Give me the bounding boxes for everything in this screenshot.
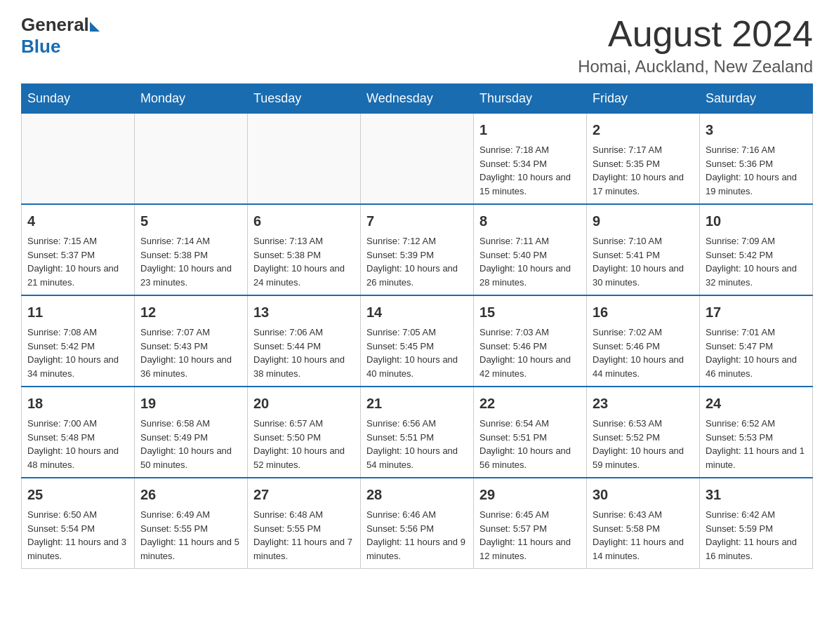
day-cell: 27Sunrise: 6:48 AM Sunset: 5:55 PM Dayli… (248, 478, 361, 569)
day-number: 7 (366, 210, 468, 232)
logo-general-text: General (21, 14, 89, 36)
page-title: August 2024 (578, 14, 813, 54)
day-info: Sunrise: 7:02 AM Sunset: 5:46 PM Dayligh… (593, 327, 684, 379)
col-header-friday: Friday (587, 84, 700, 114)
day-number: 31 (706, 484, 807, 505)
day-number: 14 (366, 302, 468, 323)
day-cell: 29Sunrise: 6:45 AM Sunset: 5:57 PM Dayli… (474, 478, 587, 569)
day-cell: 16Sunrise: 7:02 AM Sunset: 5:46 PM Dayli… (587, 295, 700, 387)
day-number: 10 (706, 210, 807, 232)
day-info: Sunrise: 7:00 AM Sunset: 5:48 PM Dayligh… (27, 418, 119, 470)
day-cell: 28Sunrise: 6:46 AM Sunset: 5:56 PM Dayli… (361, 478, 474, 569)
day-number: 23 (593, 393, 694, 414)
day-cell: 25Sunrise: 6:50 AM Sunset: 5:54 PM Dayli… (22, 478, 135, 569)
day-number: 25 (27, 484, 128, 505)
day-number: 26 (140, 484, 241, 505)
day-number: 4 (27, 210, 128, 232)
day-cell: 15Sunrise: 7:03 AM Sunset: 5:46 PM Dayli… (474, 295, 587, 387)
day-number: 3 (706, 119, 807, 140)
day-cell: 18Sunrise: 7:00 AM Sunset: 5:48 PM Dayli… (22, 387, 135, 478)
day-cell: 8Sunrise: 7:11 AM Sunset: 5:40 PM Daylig… (474, 204, 587, 295)
title-block: August 2024 Homai, Auckland, New Zealand (578, 14, 813, 76)
day-number: 16 (593, 302, 694, 323)
week-row-4: 18Sunrise: 7:00 AM Sunset: 5:48 PM Dayli… (22, 387, 813, 478)
day-cell: 1Sunrise: 7:18 AM Sunset: 5:34 PM Daylig… (474, 114, 587, 205)
day-info: Sunrise: 7:17 AM Sunset: 5:35 PM Dayligh… (593, 145, 684, 196)
day-cell: 4Sunrise: 7:15 AM Sunset: 5:37 PM Daylig… (22, 204, 135, 295)
day-number: 11 (27, 302, 128, 323)
day-number: 22 (479, 393, 581, 414)
day-info: Sunrise: 6:57 AM Sunset: 5:50 PM Dayligh… (253, 418, 345, 470)
day-cell: 6Sunrise: 7:13 AM Sunset: 5:38 PM Daylig… (248, 204, 361, 295)
day-cell (248, 114, 361, 205)
day-number: 6 (253, 210, 355, 232)
day-number: 2 (593, 119, 694, 140)
calendar-body: 1Sunrise: 7:18 AM Sunset: 5:34 PM Daylig… (22, 114, 813, 569)
col-header-thursday: Thursday (474, 84, 587, 114)
week-row-5: 25Sunrise: 6:50 AM Sunset: 5:54 PM Dayli… (22, 478, 813, 569)
day-number: 13 (253, 302, 355, 323)
logo: General Blue (21, 14, 100, 58)
day-info: Sunrise: 7:06 AM Sunset: 5:44 PM Dayligh… (253, 327, 345, 379)
calendar-header: SundayMondayTuesdayWednesdayThursdayFrid… (22, 84, 813, 114)
day-info: Sunrise: 6:48 AM Sunset: 5:55 PM Dayligh… (253, 509, 352, 561)
page-subtitle: Homai, Auckland, New Zealand (578, 57, 813, 76)
day-info: Sunrise: 7:01 AM Sunset: 5:47 PM Dayligh… (706, 327, 797, 379)
logo-blue-text: Blue (21, 36, 60, 58)
day-info: Sunrise: 7:16 AM Sunset: 5:36 PM Dayligh… (706, 145, 797, 196)
day-cell: 20Sunrise: 6:57 AM Sunset: 5:50 PM Dayli… (248, 387, 361, 478)
day-info: Sunrise: 6:56 AM Sunset: 5:51 PM Dayligh… (366, 418, 458, 470)
day-cell: 7Sunrise: 7:12 AM Sunset: 5:39 PM Daylig… (361, 204, 474, 295)
day-info: Sunrise: 6:43 AM Sunset: 5:58 PM Dayligh… (593, 509, 684, 561)
day-cell: 14Sunrise: 7:05 AM Sunset: 5:45 PM Dayli… (361, 295, 474, 387)
day-cell: 12Sunrise: 7:07 AM Sunset: 5:43 PM Dayli… (135, 295, 248, 387)
day-cell (361, 114, 474, 205)
day-number: 1 (479, 119, 581, 140)
day-cell (135, 114, 248, 205)
day-cell: 10Sunrise: 7:09 AM Sunset: 5:42 PM Dayli… (700, 204, 813, 295)
day-info: Sunrise: 7:11 AM Sunset: 5:40 PM Dayligh… (479, 236, 571, 288)
day-info: Sunrise: 7:12 AM Sunset: 5:39 PM Dayligh… (366, 236, 458, 288)
day-number: 12 (140, 302, 241, 323)
day-cell: 21Sunrise: 6:56 AM Sunset: 5:51 PM Dayli… (361, 387, 474, 478)
day-info: Sunrise: 7:09 AM Sunset: 5:42 PM Dayligh… (706, 236, 797, 288)
day-cell: 17Sunrise: 7:01 AM Sunset: 5:47 PM Dayli… (700, 295, 813, 387)
day-number: 9 (593, 210, 694, 232)
day-cell: 11Sunrise: 7:08 AM Sunset: 5:42 PM Dayli… (22, 295, 135, 387)
day-info: Sunrise: 7:03 AM Sunset: 5:46 PM Dayligh… (479, 327, 571, 379)
day-cell: 22Sunrise: 6:54 AM Sunset: 5:51 PM Dayli… (474, 387, 587, 478)
day-info: Sunrise: 6:42 AM Sunset: 5:59 PM Dayligh… (706, 509, 797, 561)
day-info: Sunrise: 6:58 AM Sunset: 5:49 PM Dayligh… (140, 418, 232, 470)
day-cell: 13Sunrise: 7:06 AM Sunset: 5:44 PM Dayli… (248, 295, 361, 387)
day-info: Sunrise: 7:10 AM Sunset: 5:41 PM Dayligh… (593, 236, 684, 288)
day-number: 24 (706, 393, 807, 414)
col-header-saturday: Saturday (700, 84, 813, 114)
logo-arrow-icon (90, 22, 100, 32)
day-info: Sunrise: 7:05 AM Sunset: 5:45 PM Dayligh… (366, 327, 458, 379)
day-cell: 31Sunrise: 6:42 AM Sunset: 5:59 PM Dayli… (700, 478, 813, 569)
col-header-tuesday: Tuesday (248, 84, 361, 114)
col-header-monday: Monday (135, 84, 248, 114)
header-row: SundayMondayTuesdayWednesdayThursdayFrid… (22, 84, 813, 114)
day-cell: 3Sunrise: 7:16 AM Sunset: 5:36 PM Daylig… (700, 114, 813, 205)
col-header-sunday: Sunday (22, 84, 135, 114)
calendar-table: SundayMondayTuesdayWednesdayThursdayFrid… (21, 83, 813, 569)
page-header: General Blue August 2024 Homai, Auckland… (21, 14, 813, 76)
day-number: 8 (479, 210, 581, 232)
day-cell: 19Sunrise: 6:58 AM Sunset: 5:49 PM Dayli… (135, 387, 248, 478)
day-cell: 30Sunrise: 6:43 AM Sunset: 5:58 PM Dayli… (587, 478, 700, 569)
day-info: Sunrise: 7:13 AM Sunset: 5:38 PM Dayligh… (253, 236, 345, 288)
day-number: 18 (27, 393, 128, 414)
day-number: 30 (593, 484, 694, 505)
day-cell: 26Sunrise: 6:49 AM Sunset: 5:55 PM Dayli… (135, 478, 248, 569)
day-info: Sunrise: 7:08 AM Sunset: 5:42 PM Dayligh… (27, 327, 119, 379)
day-number: 5 (140, 210, 241, 232)
day-info: Sunrise: 6:54 AM Sunset: 5:51 PM Dayligh… (479, 418, 571, 470)
week-row-3: 11Sunrise: 7:08 AM Sunset: 5:42 PM Dayli… (22, 295, 813, 387)
day-number: 29 (479, 484, 581, 505)
day-info: Sunrise: 7:15 AM Sunset: 5:37 PM Dayligh… (27, 236, 119, 288)
day-cell: 24Sunrise: 6:52 AM Sunset: 5:53 PM Dayli… (700, 387, 813, 478)
day-info: Sunrise: 7:18 AM Sunset: 5:34 PM Dayligh… (479, 145, 571, 196)
day-cell (22, 114, 135, 205)
day-cell: 9Sunrise: 7:10 AM Sunset: 5:41 PM Daylig… (587, 204, 700, 295)
